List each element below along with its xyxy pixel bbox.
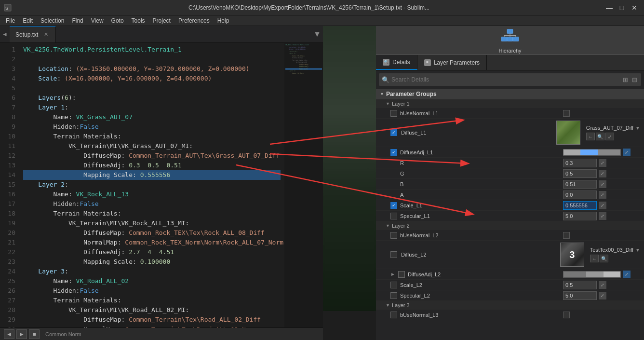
diffuse-adj-L2-link-button[interactable]: ⤢: [623, 271, 631, 278]
menu-help[interactable]: Help: [214, 16, 233, 25]
minimap: VK_4256.TheWorld.Persistent Location: (X…: [284, 43, 323, 327]
G-link-button[interactable]: ⤢: [599, 170, 606, 177]
code-editor[interactable]: VK_4256.TheWorld.PersistentLevel.Terrain…: [19, 43, 284, 327]
layer2-header[interactable]: ▼ Layer 2: [376, 221, 644, 230]
param-row-bUseNormal-L3: bUseNormal_L3: [376, 310, 644, 320]
color-seg-L2-1: [564, 272, 586, 277]
scale-L1-checkbox[interactable]: [390, 202, 397, 209]
diffuse-L1-texture[interactable]: [556, 121, 580, 145]
common-norm-label: Common Norm: [45, 331, 81, 337]
layer3-header[interactable]: ▼ Layer 3: [376, 301, 644, 310]
specular-L1-text: Specular_L1: [400, 213, 430, 219]
bUseNormal-L3-indicator: [563, 312, 570, 318]
tab-details[interactable]: 🔍 Details: [376, 55, 417, 70]
tab-prev-button[interactable]: ◄: [0, 26, 10, 42]
menu-preferences[interactable]: Preferences: [174, 16, 214, 25]
texture-L1-dropdown-icon[interactable]: ▼: [635, 125, 640, 131]
code-line-15: Layer 2:: [23, 180, 281, 190]
color-seg-L2-2: [586, 272, 603, 277]
hierarchy-icon-button[interactable]: Hierarchy: [498, 27, 521, 54]
menu-tools[interactable]: Tools: [128, 16, 149, 25]
search-filter-button[interactable]: ⊟: [631, 75, 638, 84]
bottom-toolbar: ◄ ► ■ Common Norm: [0, 327, 323, 340]
diffuse-adj-L2-color-bar[interactable]: [563, 271, 621, 278]
search-input[interactable]: [391, 76, 620, 83]
toolbar-btn-stop[interactable]: ■: [29, 329, 40, 339]
menu-view[interactable]: View: [87, 16, 107, 25]
texture-L2-search-button[interactable]: 🔍: [600, 255, 608, 262]
param-groups-header[interactable]: ▼ Parameter Groups: [376, 89, 644, 99]
scale-L2-value-area: ⤢: [563, 281, 640, 289]
scale-L2-link-button[interactable]: ⤢: [599, 281, 606, 289]
code-area[interactable]: 12345 678910 1112131415 1617181920 21222…: [0, 43, 323, 327]
details-icon: 🔍: [383, 59, 389, 66]
window-controls: — □ ✕: [604, 2, 640, 14]
A-link-button[interactable]: ⤢: [599, 191, 606, 199]
specular-L1-link-button[interactable]: ⤢: [599, 212, 606, 220]
texture-L1-open-button[interactable]: ⤢: [605, 133, 614, 140]
scale-L1-value-area: ⤢: [563, 201, 640, 210]
tab-close-button[interactable]: ✕: [42, 31, 50, 39]
toolbar-btn-right[interactable]: ►: [16, 329, 27, 339]
scale-L2-input[interactable]: [563, 281, 597, 289]
editor-area: ◄ Setup.txt ✕ ▼ 12345 678910 1112131415 …: [0, 26, 644, 340]
code-line-11: VK_Terrain\MI\VK_Grass_AUT_07_MI:: [23, 141, 281, 151]
R-input[interactable]: [563, 159, 597, 167]
G-input[interactable]: [563, 169, 597, 178]
bUseNormal-L3-checkbox[interactable]: [390, 312, 397, 318]
params-content[interactable]: ▼ Parameter Groups ▼ Layer 1 bUseNormal_…: [376, 89, 644, 340]
diffuse-adj-L1-checkbox[interactable]: [390, 149, 397, 156]
menu-edit[interactable]: Edit: [19, 16, 37, 25]
menu-file[interactable]: File: [2, 16, 19, 25]
R-link-button[interactable]: ⤢: [599, 159, 606, 167]
diffuse-L2-checkbox[interactable]: [390, 251, 397, 258]
specular-L2-link-button[interactable]: ⤢: [599, 292, 606, 299]
minimize-button[interactable]: —: [604, 2, 615, 14]
layer1-header[interactable]: ▼ Layer 1: [376, 99, 644, 108]
maximize-button[interactable]: □: [616, 2, 628, 14]
A-input[interactable]: [563, 190, 597, 199]
diffuse-adj-L2-checkbox[interactable]: [398, 271, 405, 278]
specular-L1-checkbox[interactable]: [390, 213, 397, 219]
diffuse-L1-checkbox[interactable]: [390, 129, 397, 136]
menu-selection[interactable]: Selection: [37, 16, 68, 25]
tab-layer-parameters[interactable]: ≡ Layer Parameters: [417, 55, 487, 70]
specular-L2-checkbox[interactable]: [390, 292, 397, 299]
B-link-button[interactable]: ⤢: [599, 180, 606, 188]
diffuse-adj-L1-color-bar[interactable]: [563, 149, 621, 156]
bUseNormal-L2-checkbox[interactable]: [390, 232, 397, 239]
texture-L2-dropdown-icon[interactable]: ▼: [635, 247, 640, 253]
toolbar-btn-left[interactable]: ◄: [4, 329, 14, 339]
scale-L1-input[interactable]: [563, 201, 597, 210]
scale-L1-link-button[interactable]: ⤢: [599, 202, 606, 209]
menu-goto[interactable]: Goto: [107, 16, 128, 25]
texture-L1-name-row: Grass_AUT_07_Diff ▼: [586, 125, 640, 131]
svg-rect-2: [507, 29, 513, 33]
bUseNormal-L2-text: bUseNormal_L2: [400, 232, 438, 238]
specular-L2-input[interactable]: [563, 291, 597, 300]
texture-L1-search-button[interactable]: 🔍: [596, 133, 604, 140]
menu-find[interactable]: Find: [68, 16, 87, 25]
R-value-area: ⤢: [563, 159, 640, 167]
editor-tab[interactable]: Setup.txt ✕: [10, 26, 56, 42]
A-label: A: [400, 192, 563, 198]
code-line-6: Layers(6):: [23, 93, 281, 103]
scale-L2-checkbox[interactable]: [390, 282, 397, 288]
code-line-29: DiffuseMap: Common_Terrain\Tex\Road_ALL_…: [23, 315, 281, 325]
diffuse-L2-texture[interactable]: 3: [560, 243, 584, 267]
search-grid-button[interactable]: ⊞: [622, 75, 629, 84]
tab-dropdown-button[interactable]: ▼: [311, 26, 323, 42]
specular-L1-input[interactable]: [563, 212, 597, 220]
diffuse-adj-L1-link-button[interactable]: ⤢: [623, 149, 631, 156]
diffuse-L1-label: Diffuse_L1: [401, 130, 552, 136]
bUseNormal-L1-checkbox[interactable]: [390, 110, 397, 117]
texture-L1-back-button[interactable]: ←: [586, 133, 595, 140]
diffuse-adj-L1-text: DiffuseAdj_L1: [400, 150, 433, 155]
B-input[interactable]: [563, 180, 597, 189]
close-button[interactable]: ✕: [629, 2, 640, 14]
color-seg-L2-3: [604, 272, 620, 277]
texture-L2-back-button[interactable]: ←: [590, 255, 599, 262]
diffuse-adj-L2-arrow-icon: ►: [390, 272, 395, 277]
code-line-26: Hidden:False: [23, 286, 281, 296]
menu-project[interactable]: Project: [149, 16, 174, 25]
